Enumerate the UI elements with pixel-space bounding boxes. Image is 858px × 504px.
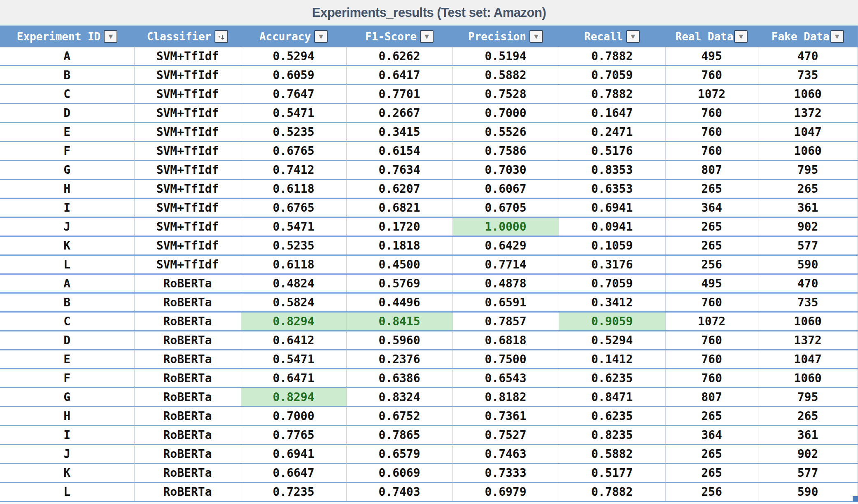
cell-classifier[interactable]: RoBERTa bbox=[134, 293, 241, 312]
cell-accuracy[interactable]: 0.8294 bbox=[241, 388, 346, 407]
cell-recall[interactable]: 0.7882 bbox=[559, 47, 665, 66]
cell-classifier[interactable]: SVM+TfIdf bbox=[134, 142, 241, 161]
cell-recall[interactable]: 0.7882 bbox=[559, 483, 665, 502]
cell-classifier[interactable]: RoBERTa bbox=[134, 407, 241, 426]
cell-id[interactable]: F bbox=[0, 369, 134, 388]
cell-f1[interactable]: 0.6262 bbox=[346, 47, 452, 66]
cell-id[interactable]: J bbox=[0, 217, 134, 236]
cell-recall[interactable]: 0.9059 bbox=[559, 312, 665, 331]
cell-f1[interactable]: 0.7403 bbox=[346, 483, 452, 502]
cell-accuracy[interactable]: 0.8294 bbox=[241, 312, 346, 331]
cell-recall[interactable]: 0.7059 bbox=[559, 66, 665, 85]
cell-id[interactable]: D bbox=[0, 104, 134, 123]
cell-recall[interactable]: 0.2471 bbox=[559, 123, 665, 142]
cell-precision[interactable]: 0.4878 bbox=[452, 274, 559, 293]
cell-precision[interactable]: 0.6979 bbox=[452, 483, 559, 502]
cell-f1[interactable]: 0.7701 bbox=[346, 85, 452, 104]
cell-recall[interactable]: 0.8471 bbox=[559, 388, 665, 407]
cell-classifier[interactable]: SVM+TfIdf bbox=[134, 236, 241, 255]
cell-id[interactable]: F bbox=[0, 142, 134, 161]
cell-classifier[interactable]: SVM+TfIdf bbox=[134, 161, 241, 180]
cell-recall[interactable]: 0.6353 bbox=[559, 180, 665, 198]
cell-recall[interactable]: 0.1059 bbox=[559, 236, 665, 255]
cell-classifier[interactable]: SVM+TfIdf bbox=[134, 104, 241, 123]
cell-precision[interactable]: 0.8182 bbox=[452, 388, 559, 407]
cell-f1[interactable]: 0.6417 bbox=[346, 66, 452, 85]
cell-precision[interactable]: 0.7361 bbox=[452, 407, 559, 426]
cell-f1[interactable]: 0.7865 bbox=[346, 426, 452, 445]
cell-accuracy[interactable]: 0.7000 bbox=[241, 407, 346, 426]
cell-fake[interactable]: 470 bbox=[758, 47, 858, 66]
cell-f1[interactable]: 0.5769 bbox=[346, 274, 452, 293]
cell-real[interactable]: 256 bbox=[665, 483, 758, 502]
cell-f1[interactable]: 0.8415 bbox=[346, 312, 452, 331]
cell-classifier[interactable]: RoBERTa bbox=[134, 350, 241, 369]
cell-f1[interactable]: 0.4500 bbox=[346, 255, 452, 274]
cell-fake[interactable]: 795 bbox=[758, 388, 858, 407]
cell-f1[interactable]: 0.7634 bbox=[346, 161, 452, 180]
cell-real[interactable]: 760 bbox=[665, 331, 758, 350]
cell-real[interactable]: 265 bbox=[665, 407, 758, 426]
cell-recall[interactable]: 0.7882 bbox=[559, 85, 665, 104]
cell-recall[interactable]: 0.8235 bbox=[559, 426, 665, 445]
cell-accuracy[interactable]: 0.6412 bbox=[241, 331, 346, 350]
cell-id[interactable]: E bbox=[0, 350, 134, 369]
cell-classifier[interactable]: SVM+TfIdf bbox=[134, 47, 241, 66]
cell-accuracy[interactable]: 0.7647 bbox=[241, 85, 346, 104]
cell-fake[interactable]: 577 bbox=[758, 464, 858, 483]
cell-recall[interactable]: 0.7059 bbox=[559, 274, 665, 293]
cell-recall[interactable]: 0.5177 bbox=[559, 464, 665, 483]
cell-precision[interactable]: 0.6705 bbox=[452, 198, 559, 217]
cell-classifier[interactable]: SVM+TfIdf bbox=[134, 85, 241, 104]
cell-real[interactable]: 807 bbox=[665, 388, 758, 407]
cell-precision[interactable]: 0.7714 bbox=[452, 255, 559, 274]
cell-f1[interactable]: 0.6579 bbox=[346, 445, 452, 464]
cell-real[interactable]: 1072 bbox=[665, 85, 758, 104]
cell-real[interactable]: 265 bbox=[665, 217, 758, 236]
cell-accuracy[interactable]: 0.7412 bbox=[241, 161, 346, 180]
cell-accuracy[interactable]: 0.6647 bbox=[241, 464, 346, 483]
cell-real[interactable]: 760 bbox=[665, 104, 758, 123]
cell-precision[interactable]: 0.6429 bbox=[452, 236, 559, 255]
cell-real[interactable]: 807 bbox=[665, 161, 758, 180]
cell-accuracy[interactable]: 0.6118 bbox=[241, 255, 346, 274]
cell-real[interactable]: 256 bbox=[665, 255, 758, 274]
cell-id[interactable]: L bbox=[0, 483, 134, 502]
cell-precision[interactable]: 0.7333 bbox=[452, 464, 559, 483]
cell-recall[interactable]: 0.8353 bbox=[559, 161, 665, 180]
cell-precision[interactable]: 0.6818 bbox=[452, 331, 559, 350]
cell-classifier[interactable]: SVM+TfIdf bbox=[134, 198, 241, 217]
cell-fake[interactable]: 1372 bbox=[758, 104, 858, 123]
cell-id[interactable]: E bbox=[0, 123, 134, 142]
cell-real[interactable]: 760 bbox=[665, 123, 758, 142]
cell-fake[interactable]: 590 bbox=[758, 483, 858, 502]
cell-accuracy[interactable]: 0.4824 bbox=[241, 274, 346, 293]
cell-f1[interactable]: 0.3415 bbox=[346, 123, 452, 142]
cell-real[interactable]: 495 bbox=[665, 47, 758, 66]
cell-fake[interactable]: 902 bbox=[758, 217, 858, 236]
cell-precision[interactable]: 0.7857 bbox=[452, 312, 559, 331]
cell-fake[interactable]: 735 bbox=[758, 293, 858, 312]
cell-f1[interactable]: 0.5960 bbox=[346, 331, 452, 350]
cell-f1[interactable]: 0.4496 bbox=[346, 293, 452, 312]
cell-accuracy[interactable]: 0.5235 bbox=[241, 123, 346, 142]
cell-precision[interactable]: 0.7500 bbox=[452, 350, 559, 369]
cell-recall[interactable]: 0.6235 bbox=[559, 369, 665, 388]
cell-real[interactable]: 760 bbox=[665, 369, 758, 388]
cell-classifier[interactable]: RoBERTa bbox=[134, 464, 241, 483]
cell-recall[interactable]: 0.5294 bbox=[559, 331, 665, 350]
cell-classifier[interactable]: RoBERTa bbox=[134, 426, 241, 445]
cell-precision[interactable]: 0.7463 bbox=[452, 445, 559, 464]
cell-fake[interactable]: 577 bbox=[758, 236, 858, 255]
cell-fake[interactable]: 902 bbox=[758, 445, 858, 464]
cell-precision[interactable]: 0.5194 bbox=[452, 47, 559, 66]
cell-precision[interactable]: 0.7000 bbox=[452, 104, 559, 123]
filter-dropdown-button[interactable]: ▼ bbox=[104, 30, 117, 43]
cell-real[interactable]: 1072 bbox=[665, 312, 758, 331]
cell-precision[interactable]: 0.5526 bbox=[452, 123, 559, 142]
cell-recall[interactable]: 0.3412 bbox=[559, 293, 665, 312]
cell-accuracy[interactable]: 0.5471 bbox=[241, 217, 346, 236]
cell-recall[interactable]: 0.6235 bbox=[559, 407, 665, 426]
cell-fake[interactable]: 265 bbox=[758, 407, 858, 426]
cell-fake[interactable]: 1060 bbox=[758, 85, 858, 104]
